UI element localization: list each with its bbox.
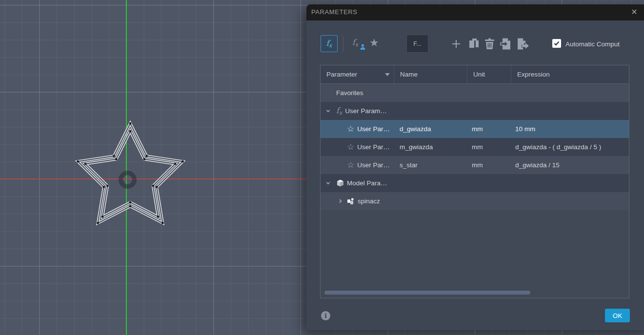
column-header-name[interactable]: Name xyxy=(394,65,467,83)
parameter-cell: ☆User Par… xyxy=(321,120,394,138)
dialog-title: PARAMETERS xyxy=(311,8,358,16)
parameter-row-d_gwiazda[interactable]: ☆User Par…d_gwiazdamm10 mm xyxy=(321,120,629,138)
sketch-point[interactable] xyxy=(157,216,160,218)
sketch-point[interactable] xyxy=(77,160,79,163)
horizontal-scrollbar[interactable] xyxy=(324,291,530,295)
column-header-unit[interactable]: Unit xyxy=(467,65,511,83)
expression-cell[interactable]: 10 mm xyxy=(511,125,629,133)
fx-icon: fx xyxy=(336,106,342,116)
cube-icon xyxy=(337,179,344,187)
sketch-point[interactable] xyxy=(115,158,118,160)
all-parameters-filter-button[interactable]: fx xyxy=(321,35,338,52)
expression-cell[interactable]: d_gwiazda / 15 xyxy=(511,161,629,169)
parameter-cell: Favorites xyxy=(321,84,394,102)
name-cell[interactable]: m_gwiazda xyxy=(394,143,467,151)
table-header-row: Parameter Name Unit Expression xyxy=(321,65,629,84)
component-row-spinacz[interactable]: spinacz xyxy=(321,192,629,210)
person-icon xyxy=(360,44,365,50)
chevron-right-icon[interactable] xyxy=(338,198,343,204)
favorite-star-icon[interactable]: ☆ xyxy=(347,143,354,151)
parameter-cell: Model Para… xyxy=(321,174,394,192)
sketch-point[interactable] xyxy=(156,186,158,188)
chevron-down-icon[interactable] xyxy=(325,108,331,114)
parameters-table: Parameter Name Unit Expression Favorites… xyxy=(320,65,629,298)
sketch-point[interactable] xyxy=(129,130,132,133)
filter-input[interactable]: F... xyxy=(406,35,428,53)
name-cell[interactable]: d_gwiazda xyxy=(394,125,467,133)
parameter-row-s_star[interactable]: ☆User Par…s_starmmd_gwiazda / 15 xyxy=(321,156,629,174)
user-parameters-filter-button[interactable]: fx xyxy=(352,37,365,50)
filter-text: F... xyxy=(413,40,422,47)
sketch-point[interactable] xyxy=(152,185,154,187)
unit-cell: mm xyxy=(467,143,511,151)
sketch-point[interactable] xyxy=(129,122,132,125)
star-sketch[interactable] xyxy=(0,0,306,335)
sketch-point[interactable] xyxy=(113,155,115,158)
automatic-compute-label: Automatic Comput xyxy=(565,40,620,48)
expression-cell[interactable]: d_gwiazda - ( d_gwiazda / 5 ) xyxy=(511,143,629,151)
parameter-row-m_gwiazda[interactable]: ☆User Par…m_gwiazdammd_gwiazda - ( d_gwi… xyxy=(321,138,629,156)
group-row-modelpara[interactable]: Model Para… xyxy=(321,174,629,192)
column-header-parameter[interactable]: Parameter xyxy=(321,65,394,83)
unit-cell: mm xyxy=(467,125,511,133)
star-inner-path-core xyxy=(85,131,175,217)
automatic-compute-checkbox[interactable] xyxy=(552,39,561,48)
sketch-point[interactable] xyxy=(103,186,105,188)
table-body: FavoritesfxUser Param…☆User Par…d_gwiazd… xyxy=(321,84,629,210)
toolbar-divider xyxy=(343,36,343,52)
sketch-point[interactable] xyxy=(181,160,184,163)
sketch-point[interactable] xyxy=(129,205,132,208)
sketch-point[interactable] xyxy=(161,222,164,224)
fx-icon: fx xyxy=(326,39,332,49)
info-icon[interactable]: i xyxy=(321,311,330,320)
favorites-filter-star-icon[interactable]: ★ xyxy=(369,37,379,49)
ok-button[interactable]: OK xyxy=(605,309,630,322)
favorites-group-row[interactable]: Favorites xyxy=(321,84,629,102)
sketch-point[interactable] xyxy=(145,155,148,158)
parameter-cell: fxUser Param… xyxy=(321,102,394,120)
parameter-cell: ☆User Par… xyxy=(321,156,394,174)
sketch-point[interactable] xyxy=(106,185,109,187)
unit-cell: mm xyxy=(467,161,511,169)
sketch-point[interactable] xyxy=(143,158,146,160)
delete-parameter-button[interactable] xyxy=(484,38,495,49)
dialog-titlebar[interactable]: PARAMETERS ✕ xyxy=(306,4,644,20)
column-header-expression[interactable]: Expression xyxy=(511,65,629,83)
name-cell[interactable]: s_star xyxy=(394,161,467,169)
filter-dropdown-icon[interactable] xyxy=(385,73,390,76)
add-parameter-button[interactable] xyxy=(451,39,461,49)
sketch-point[interactable] xyxy=(97,222,99,224)
sketch-point[interactable] xyxy=(129,201,132,204)
parameter-cell: ☆User Par… xyxy=(321,138,394,156)
sketch-point[interactable] xyxy=(174,163,177,165)
favorite-star-icon[interactable]: ☆ xyxy=(347,125,354,133)
import-parameters-button[interactable] xyxy=(500,38,512,50)
check-icon xyxy=(554,41,560,46)
sketch-point[interactable] xyxy=(84,163,87,165)
export-parameters-button[interactable] xyxy=(517,38,529,50)
close-icon[interactable]: ✕ xyxy=(629,7,639,17)
parameters-dialog: PARAMETERS ✕ fx fx ★ F... xyxy=(306,4,644,330)
group-row-userparam[interactable]: fxUser Param… xyxy=(321,102,629,120)
sketch-point[interactable] xyxy=(101,216,104,218)
star-inner-path[interactable] xyxy=(85,131,175,217)
copy-parameter-button[interactable] xyxy=(468,38,480,50)
fx-user-icon: fx xyxy=(352,38,358,48)
favorite-star-icon[interactable]: ☆ xyxy=(347,161,354,169)
chevron-down-icon[interactable] xyxy=(325,180,331,186)
parameter-cell: spinacz xyxy=(321,192,394,210)
component-icon xyxy=(347,197,355,205)
